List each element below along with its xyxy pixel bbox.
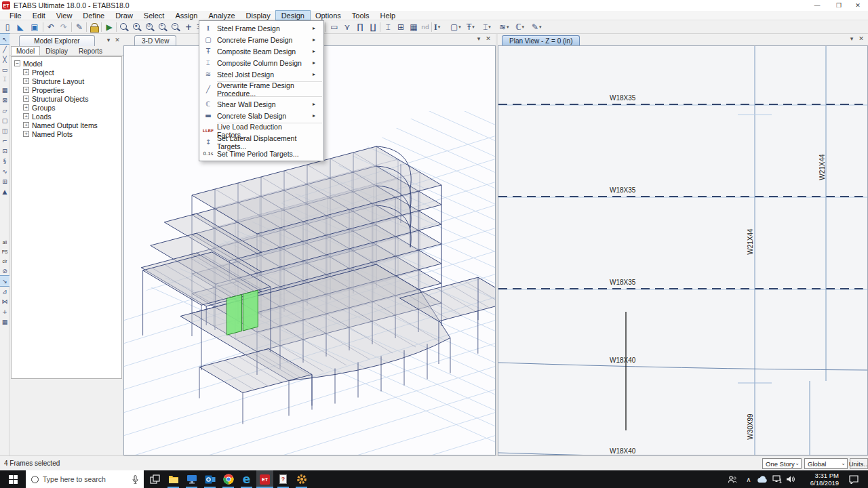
snap-intersection-icon[interactable]: ↘ xyxy=(0,276,9,286)
microphone-icon[interactable] xyxy=(132,475,138,484)
shear-wall-design-button[interactable]: ℂ▾ xyxy=(515,21,524,33)
tree-node-structure-layout[interactable]: +Structure Layout xyxy=(14,77,121,85)
tab-3d-view[interactable]: 3-D View xyxy=(134,35,176,45)
restore-full-view-icon[interactable]: ● xyxy=(131,22,143,33)
people-icon[interactable] xyxy=(726,470,739,488)
tree-node-structural-objects[interactable]: +Structural Objects xyxy=(14,94,121,103)
collapse-icon[interactable]: − xyxy=(14,60,20,66)
show-deformed-icon[interactable]: ▦ xyxy=(408,21,420,33)
draw-wall-stack-icon[interactable]: ⌐ xyxy=(0,136,9,146)
save-model-icon[interactable]: ▣ xyxy=(28,21,41,33)
expand-icon[interactable]: + xyxy=(23,78,29,84)
story-selector[interactable]: One Story ⌄ xyxy=(762,458,802,469)
nd-display-button[interactable]: nd xyxy=(419,21,431,33)
maximize-icon[interactable]: ❐ xyxy=(829,0,849,11)
expand-icon[interactable]: + xyxy=(23,113,29,119)
menu-view[interactable]: View xyxy=(51,11,78,20)
composite-column-design-button[interactable]: ⌶▾ xyxy=(483,21,491,33)
expand-icon[interactable]: + xyxy=(23,87,29,93)
menu-edit[interactable]: Edit xyxy=(27,11,51,20)
menu-item-concrete-slab-design[interactable]: ▬ Concrete Slab Design ▸ xyxy=(199,110,323,121)
steel-frame-design-button[interactable]: I▾ xyxy=(434,21,440,33)
minimize-icon[interactable]: — xyxy=(807,0,827,11)
task-view-icon[interactable] xyxy=(146,470,163,488)
zoom-out-icon[interactable]: − xyxy=(170,22,182,33)
zoom-in-icon[interactable]: + xyxy=(157,22,169,33)
joint-assign-icon[interactable]: ∐ xyxy=(367,21,379,33)
draw-wall-icon[interactable]: ◫ xyxy=(0,125,9,136)
file-explorer-icon[interactable] xyxy=(165,470,182,488)
undo-icon[interactable]: ↶ xyxy=(45,21,57,33)
menu-assign[interactable]: Assign xyxy=(170,11,203,20)
expand-icon[interactable]: + xyxy=(23,131,29,137)
help-doc-icon[interactable]: ? xyxy=(275,470,292,488)
tab-reports[interactable]: Reports xyxy=(73,46,108,56)
menu-item-set-time-period-targets[interactable]: 0.1s Set Time Period Targets... xyxy=(199,148,323,159)
pan-icon[interactable]: + xyxy=(182,21,195,33)
tab-plan-view[interactable]: Plan View - Z = 0 (in) xyxy=(502,35,580,45)
deselect-icon[interactable]: ⊘ xyxy=(0,266,9,276)
outlook-icon[interactable] xyxy=(201,470,218,488)
lock-model-icon[interactable] xyxy=(88,23,100,33)
tree-node-project[interactable]: +Project xyxy=(14,68,121,77)
menu-item-composite-beam-design[interactable]: Ŧ Composite Beam Design ▸ xyxy=(199,45,323,57)
reshape-icon[interactable]: ╱ xyxy=(0,44,9,54)
tab-model[interactable]: Model xyxy=(11,46,40,56)
draw-secondary-beams-icon[interactable]: ▦ xyxy=(0,85,9,95)
expand-icon[interactable]: + xyxy=(23,69,29,75)
units-button[interactable]: Units... xyxy=(850,458,868,469)
draw-icon[interactable]: ✎ xyxy=(73,21,85,33)
menu-file[interactable]: File xyxy=(4,11,27,20)
open-model-icon[interactable]: ◣ xyxy=(14,21,26,33)
taskbar-search[interactable]: Type here to search xyxy=(26,470,144,488)
new-model-icon[interactable]: ▯ xyxy=(1,21,14,33)
menu-item-set-lateral-displacement-targets[interactable]: ↕ Set Lateral Displacement Targets... xyxy=(199,136,323,148)
intersecting-line-icon[interactable]: ⋎ xyxy=(341,21,353,33)
redo-icon[interactable]: ↷ xyxy=(58,21,70,33)
etabs-taskbar-icon[interactable]: ET xyxy=(256,470,273,488)
draw-opening-icon[interactable]: ⊡ xyxy=(0,146,9,156)
select-previous-button[interactable]: PS xyxy=(0,247,9,256)
concrete-slab-design-button[interactable]: ✎▾ xyxy=(532,21,542,33)
draw-rect-floor-icon[interactable]: ▢ xyxy=(0,115,9,125)
chrome-icon[interactable] xyxy=(220,470,237,488)
panel-close-icon[interactable]: ✕ xyxy=(484,35,492,42)
edge-icon[interactable]: e xyxy=(238,470,255,488)
tree-node-groups[interactable]: +Groups xyxy=(14,103,121,112)
draw-floor-icon[interactable]: ▱ xyxy=(0,105,9,115)
panel-close-icon[interactable]: ✕ xyxy=(857,35,865,42)
volume-icon[interactable] xyxy=(784,470,797,488)
menu-select[interactable]: Select xyxy=(138,11,170,20)
clear-selection-button[interactable]: clr xyxy=(0,256,9,266)
snap-perpendicular-icon[interactable]: ⋈ xyxy=(0,296,9,306)
menu-item-composite-column-design[interactable]: ⌶ Composite Column Design ▸ xyxy=(199,57,323,68)
draw-grid-icon[interactable]: ⊞ xyxy=(0,176,9,186)
menu-item-steel-joist-design[interactable]: ≋ Steel Joist Design ▸ xyxy=(199,68,323,80)
menu-design[interactable]: Design xyxy=(276,11,310,20)
menu-display[interactable]: Display xyxy=(241,11,276,20)
onedrive-cloud-icon[interactable] xyxy=(755,470,769,488)
expand-icon[interactable]: + xyxy=(23,96,29,102)
tree-node-loads[interactable]: +Loads xyxy=(14,112,121,121)
snap-grid-icon[interactable]: ▦ xyxy=(0,317,9,327)
plan-view-canvas[interactable]: W18X35 W18X35 W18X35 W18X40 W18X40 W21X4… xyxy=(498,45,868,455)
tray-clock[interactable]: 3:31 PM 6/18/2019 xyxy=(797,472,839,487)
menu-define[interactable]: Define xyxy=(77,11,110,20)
menu-item-steel-frame-design[interactable]: I Steel Frame Design ▸ xyxy=(199,22,323,34)
close-icon[interactable]: ✕ xyxy=(848,0,868,11)
panel-close-icon[interactable]: ✕ xyxy=(113,37,121,43)
tree-node-properties[interactable]: +Properties xyxy=(14,85,121,94)
tray-expand-icon[interactable]: ∧ xyxy=(742,470,755,488)
menu-analyze[interactable]: Analyze xyxy=(203,11,240,20)
tab-display[interactable]: Display xyxy=(40,46,73,56)
menu-options[interactable]: Options xyxy=(310,11,347,20)
snap-midpoint-icon[interactable]: ⊿ xyxy=(0,286,9,296)
concrete-frame-design-button[interactable]: ▢▾ xyxy=(450,21,461,33)
frame-assign-icon[interactable]: ⌶ xyxy=(382,21,394,33)
coord-system-selector[interactable]: Global ⌄ xyxy=(804,458,848,469)
draw-frame-icon[interactable]: ▭ xyxy=(0,64,9,75)
snap-line-icon[interactable]: + xyxy=(0,306,9,317)
menu-help[interactable]: Help xyxy=(375,11,401,20)
mesh-icon[interactable]: ⊞ xyxy=(395,21,407,33)
tree-node-named-plots[interactable]: +Named Plots xyxy=(14,129,121,138)
